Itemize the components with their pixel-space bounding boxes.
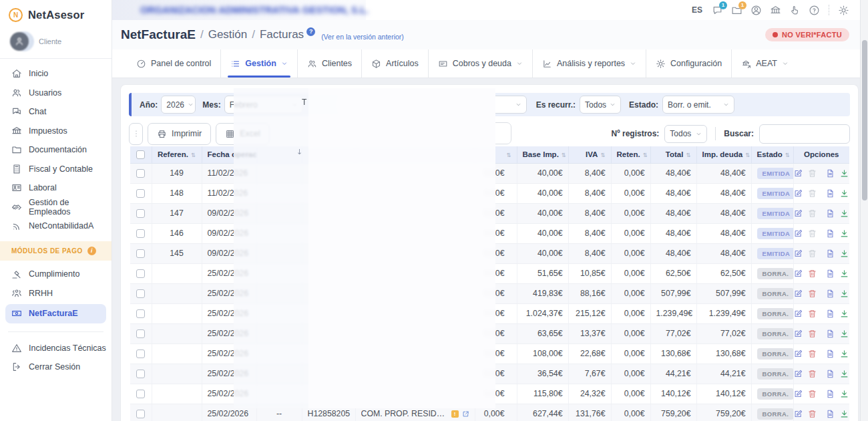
edit-icon[interactable] [793,249,803,259]
sidebar-item[interactable]: Gestión de Empleados [0,198,112,217]
tab[interactable]: Configuración [646,49,731,78]
breadcrumb-page[interactable]: Facturas [260,28,304,41]
sidebar-item[interactable]: Fiscal y Contable [0,160,112,179]
module-item[interactable]: RRHH [0,284,112,303]
document-icon[interactable] [825,409,835,419]
edit-icon[interactable] [793,369,803,379]
help-icon[interactable]: ? [306,27,315,36]
edit-icon[interactable] [793,269,803,279]
info-badge[interactable]: i [87,247,96,255]
scrollbar-thumb[interactable] [862,40,867,200]
row-checkbox[interactable] [136,370,145,378]
download-icon[interactable] [839,269,849,279]
estado-select[interactable]: Borr. o emit. [662,96,734,114]
download-icon[interactable] [839,188,849,198]
row-checkbox[interactable] [136,249,145,258]
edit-icon[interactable] [793,188,803,198]
breadcrumb-section[interactable]: Gestión [208,28,248,41]
sidebar-footer-item[interactable]: Cerrar Sesión [0,358,112,377]
sidebar-item[interactable]: NetContabilidadA [0,217,112,236]
document-icon[interactable] [825,229,835,239]
row-checkbox[interactable] [136,209,145,218]
select-all-checkbox[interactable] [136,150,145,159]
row-checkbox[interactable] [136,329,145,338]
column-referen[interactable]: Referen. [158,150,188,158]
column-reten[interactable]: Reten. [617,150,640,158]
edit-icon[interactable] [793,329,803,339]
download-icon[interactable] [839,208,849,219]
document-icon[interactable] [825,369,835,379]
row-checkbox[interactable] [136,229,145,238]
search-input[interactable] [759,124,850,144]
edit-icon[interactable] [793,349,803,359]
tab[interactable]: Clientes [297,49,361,78]
document-icon[interactable] [825,289,835,299]
document-icon[interactable] [825,208,835,219]
external-link-icon[interactable] [462,410,469,418]
trash-icon[interactable] [807,269,817,279]
row-checkbox[interactable] [136,169,145,178]
column-deuda[interactable]: Imp. deuda [702,150,743,158]
module-item[interactable]: NetFacturaE [5,304,106,323]
download-icon[interactable] [839,289,849,299]
sidebar-item[interactable]: Impuestos [0,122,112,141]
edit-icon[interactable] [793,229,803,239]
edit-icon[interactable] [793,409,803,419]
edit-icon[interactable] [793,289,803,299]
module-item[interactable]: Cumplimiento [0,265,112,284]
download-icon[interactable] [839,229,849,239]
legacy-version-link[interactable]: (Ver en la versión anterior) [321,33,404,41]
edit-icon[interactable] [793,389,803,399]
registros-select[interactable]: Todos [664,125,707,143]
column-total[interactable]: Total [666,150,684,158]
sidebar-footer-item[interactable]: Incidencias Técnicas [0,339,112,358]
sidebar-item[interactable]: Inicio [0,64,112,84]
document-icon[interactable] [825,249,835,259]
download-icon[interactable] [839,349,849,359]
sidebar-item[interactable]: Documentación [0,140,112,160]
download-icon[interactable] [839,329,849,339]
download-icon[interactable] [839,389,849,399]
tab[interactable]: Artículos [361,49,428,78]
sidebar-item[interactable]: Chat [0,102,112,122]
edit-icon[interactable] [793,309,803,319]
more-actions-button[interactable] [129,123,143,145]
row-checkbox[interactable] [136,289,145,298]
tab[interactable]: Cobros y deuda [428,49,532,78]
row-checkbox[interactable] [136,410,145,418]
document-icon[interactable] [825,309,835,319]
trash-icon[interactable] [807,208,817,219]
sidebar-item[interactable]: Usuarios [0,84,112,103]
trash-icon[interactable] [807,409,817,419]
sidebar-item[interactable]: Laboral [0,178,112,198]
column-base[interactable]: Base Imp. [523,150,559,158]
download-icon[interactable] [839,309,849,319]
trash-icon[interactable] [807,188,817,198]
document-icon[interactable] [825,269,835,279]
download-icon[interactable] [839,369,849,379]
row-checkbox[interactable] [136,390,145,398]
tab[interactable]: AEAT [731,49,798,78]
tab[interactable]: Gestión [220,49,297,78]
trash-icon[interactable] [807,168,817,178]
trash-icon[interactable] [807,229,817,239]
row-checkbox[interactable] [136,349,145,358]
client-row[interactable]: Cliente [0,29,112,58]
row-checkbox[interactable] [136,269,145,278]
trash-icon[interactable] [807,249,817,259]
trash-icon[interactable] [807,389,817,399]
column-estado[interactable]: Estado [757,150,783,158]
document-icon[interactable] [825,329,835,339]
recurrente-select[interactable]: Todos [580,96,621,114]
tab[interactable]: Panel de control [127,49,220,78]
trash-icon[interactable] [807,289,817,299]
trash-icon[interactable] [807,349,817,359]
edit-icon[interactable] [793,168,803,178]
download-icon[interactable] [839,168,849,178]
download-icon[interactable] [839,409,849,419]
trash-icon[interactable] [807,329,817,339]
edit-icon[interactable] [793,208,803,219]
row-checkbox[interactable] [136,309,145,318]
download-icon[interactable] [839,249,849,259]
document-icon[interactable] [825,168,835,178]
